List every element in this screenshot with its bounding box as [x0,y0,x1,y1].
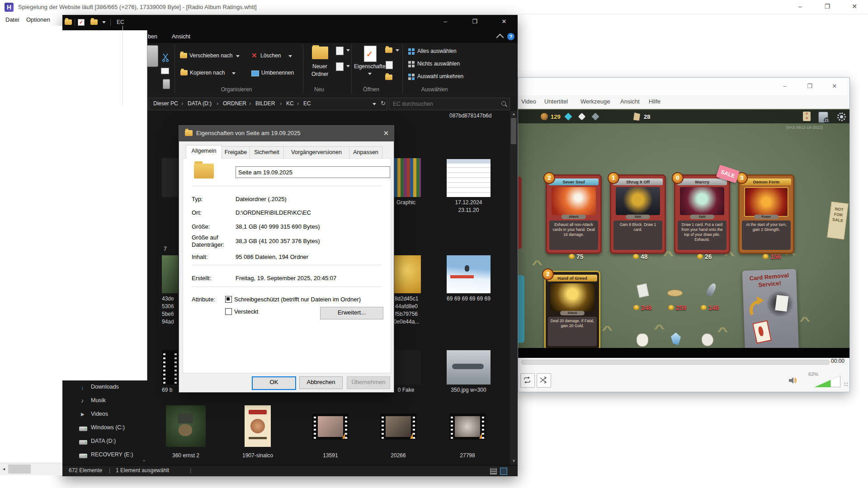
search-box[interactable] [389,98,510,110]
tab-sicherheit[interactable]: Sicherheit [250,146,284,159]
vlc-seekbar[interactable] [521,360,830,365]
vlc-volume-slider[interactable] [814,375,840,387]
search-input[interactable] [392,99,498,109]
file-thumbnail[interactable] [162,255,178,293]
sidebar-scroll-chevron[interactable]: ⌄ [142,457,146,463]
new-folder-button-line2[interactable]: Ordner [311,71,328,77]
tab-freigabe[interactable]: Freigabe [222,146,250,159]
file-thumbnail[interactable] [312,413,349,440]
breadcrumb-ec[interactable]: EC [303,100,311,107]
chevron-down-icon[interactable] [236,55,240,57]
chevron-down-icon[interactable] [346,65,350,67]
file-thumbnail[interactable] [392,255,421,293]
speaker-icon[interactable] [788,376,798,385]
vlc-menu-werkzeuge[interactable]: Werkzeuge [580,98,610,105]
cut-scissors-icon[interactable] [162,53,170,62]
sidebar-item-recovery-e[interactable]: RECOVERY (E:) [77,450,147,461]
httrack-menu-optionen[interactable]: Optionen [26,16,50,23]
search-icon[interactable] [501,101,506,106]
vlc-shuffle-button[interactable] [537,373,551,388]
properties-check-icon[interactable]: ✓ [78,19,85,26]
sidebar-item-downloads[interactable]: ↓ Downloads [77,382,147,394]
apply-button[interactable]: Übernehmen [347,376,390,389]
select-none-button[interactable]: Nichts auswählen [417,61,460,67]
cancel-button[interactable]: Abbrechen [299,376,343,389]
breadcrumb-dieser-pc[interactable]: Dieser PC [153,100,178,107]
copy-path-icon[interactable] [161,68,169,74]
breadcrumb[interactable]: Dieser PC › DATA (D:) › ORDNER › BILDER … [148,98,387,110]
file-thumbnail[interactable] [245,405,271,447]
explorer-close-button[interactable]: ✕ [494,15,514,29]
sidebar-item-data-d[interactable]: DATA (D:) [77,436,147,448]
rename-button[interactable]: Umbenennen [261,70,294,76]
scroll-up-arrow[interactable]: ▲ [512,112,516,116]
vlc-video-area[interactable]: ^ ^ ^ ^ ^ ^ ^ ^ ^ ^ ^ ^ ^ ^ 129 28 ✕✕ [518,109,849,358]
breadcrumb-kc[interactable]: KC [286,100,294,107]
sidebar-item-windows-c[interactable]: Windows (C:) [77,422,147,434]
file-thumbnail[interactable] [391,158,421,197]
vlc-menu-untertitel[interactable]: Untertitel [544,98,568,105]
chevron-down-icon[interactable] [102,21,106,23]
tab-allgemein[interactable]: Allgemein [186,145,222,159]
tab-anpassen[interactable]: Anpassen [349,146,382,159]
chevron-down-icon[interactable] [346,49,350,52]
file-thumbnail[interactable] [162,158,178,197]
file-thumbnail[interactable] [392,350,421,385]
chevron-down-icon[interactable] [373,103,376,105]
chevron-down-icon[interactable] [288,55,292,57]
tab-ansicht[interactable]: Ansicht [172,33,190,40]
thumbnail-view-icon[interactable] [500,468,507,475]
file-thumbnail[interactable] [447,350,491,385]
easy-access-icon[interactable] [336,62,344,71]
new-item-icon[interactable] [336,47,344,55]
resize-grip[interactable] [844,382,848,386]
dialog-close-button[interactable]: ✕ [378,126,394,141]
chevron-down-icon[interactable] [396,49,399,52]
tab-freigeben-fragment[interactable]: ben [148,33,157,40]
httrack-menu-datei[interactable]: Datei [5,16,19,23]
open-icon[interactable] [385,47,392,53]
readonly-checkbox[interactable] [225,296,232,303]
breadcrumb-bilder[interactable]: BILDER [255,100,275,107]
httrack-maximize-button[interactable]: ❐ [817,1,838,13]
file-thumbnail[interactable] [166,405,206,447]
scrollbar-track[interactable] [510,111,517,465]
move-to-button[interactable]: Verschieben nach [189,52,232,59]
vlc-menu-hilfe[interactable]: Hilfe [649,98,660,105]
new-folder-button[interactable]: Neuer [312,63,327,70]
ribbon-collapse-icon[interactable] [496,34,504,42]
advanced-button[interactable]: Erweitert... [320,307,383,319]
scroll-down-arrow[interactable]: ▼ [512,459,516,463]
clipboard-small-icon[interactable] [163,79,170,89]
vlc-maximize-button[interactable]: ❐ [801,81,819,92]
breadcrumb-data-d[interactable]: DATA (D:) [188,100,212,107]
history-icon[interactable] [385,75,392,80]
vlc-loop-button[interactable] [520,373,535,388]
paste-icon[interactable] [146,45,158,67]
file-thumbnail[interactable] [380,413,416,440]
vlc-menu-ansicht[interactable]: Ansicht [620,98,640,105]
file-thumbnail[interactable] [449,413,486,440]
sidebar-item-videos[interactable]: ▶ Videos [77,409,147,421]
folder-name-input[interactable] [236,166,390,178]
breadcrumb-ordner[interactable]: ORDNER [223,100,246,107]
explorer-maximize-button[interactable]: ❐ [464,15,485,29]
ok-button[interactable]: OK [252,376,296,390]
file-thumbnail[interactable] [447,255,491,293]
details-view-icon[interactable] [490,468,497,474]
file-thumbnail[interactable] [447,159,491,197]
file-thumbnail[interactable] [162,350,178,385]
delete-button[interactable]: Löschen [260,52,281,59]
vlc-close-button[interactable]: ✕ [826,81,844,92]
folder-icon[interactable] [90,19,98,25]
chevron-down-icon[interactable] [232,72,236,75]
properties-button[interactable]: Eigenschaften [354,63,388,70]
invert-selection-button[interactable]: Auswahl umkehren [417,73,463,80]
hscrollbar-thumb[interactable] [8,465,31,474]
httrack-hscrollbar[interactable]: ◄ [0,463,62,475]
scrollbar-thumb[interactable] [511,118,516,144]
tab-vorgaengerversionen[interactable]: Vorgängerversionen [283,146,349,159]
httrack-minimize-button[interactable]: – [790,1,811,13]
select-all-button[interactable]: Alles auswählen [417,48,457,54]
explorer-minimize-button[interactable]: – [435,15,456,29]
